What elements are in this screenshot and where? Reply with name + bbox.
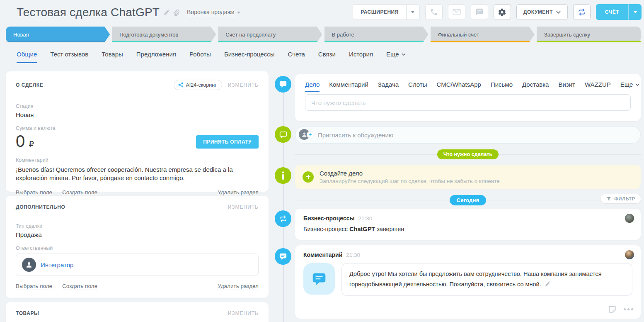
ttab-more[interactable]: Еще (620, 81, 640, 88)
chevron-down-icon (556, 11, 561, 14)
chevron-down-icon (411, 11, 414, 13)
stage-label: Счёт на предоплату (225, 32, 276, 38)
chat-button[interactable] (471, 4, 488, 20)
timeline-entry-comment: Комментарий 21:30 Доброе утро! Мы хотели… (295, 245, 641, 319)
edit-title-icon[interactable] (164, 10, 169, 15)
invite-avatar (299, 129, 310, 141)
entry-text-bold: ChatGPT (349, 226, 375, 232)
tab-business-processes[interactable]: Бизнес-процессы (224, 51, 275, 58)
main-tabs: Общие Тест отзывов Товары Предложения Ро… (17, 51, 406, 58)
deal-type-value: Продажа (16, 231, 259, 238)
extensions-button[interactable]: РАСШИРЕНИЯ (353, 4, 420, 20)
filter-button[interactable]: ФИЛЬТР (601, 194, 641, 203)
ttab-comment[interactable]: Комментарий (329, 81, 368, 88)
ttab-activity[interactable]: Дело (305, 81, 320, 88)
stage-final-invoice[interactable]: Финальный счёт (431, 27, 535, 42)
note-icon[interactable] (608, 305, 616, 313)
tab-products[interactable]: Товары (102, 51, 123, 58)
comment-tile-icon (303, 263, 335, 295)
edit-section-link[interactable]: ИЗМЕНИТЬ (228, 204, 259, 210)
select-field-link[interactable]: Выбрать поле (16, 189, 52, 196)
accept-payment-button[interactable]: ПРИНЯТЬ ОПЛАТУ (196, 135, 259, 149)
ttab-wazzup[interactable]: WAZZUP (585, 81, 611, 88)
chat-icon (475, 8, 484, 16)
tab-invoices[interactable]: Счета (288, 51, 305, 58)
todo-input[interactable] (305, 94, 631, 111)
invite-discussion-button[interactable]: Пригласить к обсуждению (295, 126, 641, 144)
todo-badge: Что нужно сделать (437, 149, 499, 159)
invoice-label: СЧЁТ (596, 9, 628, 15)
ttab-visit[interactable]: Визит (558, 81, 575, 88)
tab-quotes[interactable]: Предложения (136, 51, 176, 58)
stage-docs[interactable]: Подготовка документов (112, 27, 216, 42)
tab-reviews-test[interactable]: Тест отзывов (50, 51, 88, 58)
ttab-sms-whatsapp[interactable]: СМС/WhatsApp (437, 81, 481, 88)
timeline-activity-icon (275, 76, 291, 93)
tab-links[interactable]: Связи (318, 51, 336, 58)
ttab-letter[interactable]: Письмо (491, 81, 513, 88)
comment-bubble-icon (279, 80, 287, 88)
create-field-link[interactable]: Создать поле (62, 283, 97, 290)
deal-page: Тестовая сделка ChatGPT Воронка продажи … (0, 0, 644, 322)
edit-section-link[interactable]: ИЗМЕНИТЬ (228, 82, 259, 88)
tab-robots[interactable]: Роботы (189, 51, 211, 58)
stage-field-value: Новая (16, 111, 259, 118)
ttab-delivery[interactable]: Доставка (522, 81, 549, 88)
ttab-task[interactable]: Задача (378, 81, 399, 88)
responsible-user-link[interactable]: Интегратор (41, 261, 73, 268)
ai-scoring-label: AI24-скоринг (186, 82, 217, 88)
stage-label: Завершить сделку (544, 32, 590, 38)
comment-field-label: Комментарий (16, 157, 259, 163)
stage-in-progress[interactable]: В работе (324, 27, 429, 42)
extensions-label: РАСШИРЕНИЯ (353, 9, 406, 15)
stage-label: Финальный счёт (438, 32, 479, 38)
automation-button[interactable] (573, 4, 591, 20)
edit-comment-icon[interactable] (545, 280, 550, 290)
chat-outline-icon (279, 131, 287, 139)
invoice-button[interactable]: СЧЁТ (596, 4, 642, 20)
delete-section-link[interactable]: Удалить раздел (218, 283, 259, 290)
more-actions-icon[interactable] (624, 308, 633, 310)
tab-history[interactable]: История (349, 51, 373, 58)
entry-body: Бизнес-процесс ChatGPT завершен (295, 222, 641, 232)
extensions-dropdown[interactable] (406, 5, 419, 20)
additional-card-header: ДОПОЛНИТЕЛЬНО ИЗМЕНИТЬ (16, 204, 259, 210)
gear-icon (498, 8, 506, 17)
stage-prepayment[interactable]: Счёт на предоплату (218, 27, 322, 42)
tab-more[interactable]: Еще (386, 51, 406, 58)
stage-close-deal[interactable]: Завершить сделку (537, 27, 641, 42)
entry-text: Бизнес-процесс (303, 226, 349, 232)
settings-button[interactable] (494, 4, 511, 20)
responsible-label: Ответственный (16, 245, 259, 251)
timeline-entry-bizproc: Бизнес-процессы 21:30 Бизнес-процесс Cha… (295, 209, 641, 240)
call-button[interactable] (425, 4, 443, 20)
stage-new[interactable]: Новая (6, 27, 110, 42)
create-activity-panel[interactable]: Создайте дело Запланируйте следующий шаг… (295, 165, 641, 189)
edit-section-link[interactable]: ИЗМЕНИТЬ (228, 310, 259, 316)
timeline-info-icon (275, 167, 291, 184)
chevron-down-icon (237, 12, 240, 14)
email-button[interactable] (448, 4, 465, 20)
page-title: Тестовая сделка ChatGPT (17, 6, 160, 19)
chat-lines-icon (312, 272, 326, 286)
delete-section-link[interactable]: Удалить раздел (218, 189, 259, 196)
timeline-tabs: Дело Комментарий Задача Слоты СМС/WhatsA… (295, 74, 641, 88)
ttab-slots[interactable]: Слоты (408, 81, 427, 88)
section-title: ДОПОЛНИТЕЛЬНО (16, 204, 65, 210)
amount-value: 0 (16, 132, 25, 150)
funnel-selector[interactable]: Воронка продажи (187, 9, 240, 16)
select-field-link[interactable]: Выбрать поле (16, 283, 52, 290)
create-field-link[interactable]: Создать поле (62, 189, 97, 196)
ai-scoring-button[interactable]: AI24-скоринг (174, 80, 222, 90)
invite-label: Пригласить к обсуждению (318, 132, 393, 139)
entry-text: завершен (375, 226, 404, 232)
timeline-composer-card: Дело Комментарий Задача Слоты СМС/WhatsA… (295, 74, 641, 121)
document-button[interactable]: ДОКУМЕНТ (516, 4, 568, 20)
section-title: ТОВАРЫ (16, 310, 39, 316)
deal-info-card: О СДЕЛКЕ AI24-скоринг ИЗМЕНИТЬ Стадия Но… (6, 71, 269, 192)
tab-general[interactable]: Общие (17, 51, 37, 58)
paperclip-icon[interactable] (174, 10, 179, 16)
invoice-dropdown[interactable] (628, 4, 642, 20)
timeline-line (283, 83, 284, 322)
section-title: О СДЕЛКЕ (16, 82, 43, 88)
